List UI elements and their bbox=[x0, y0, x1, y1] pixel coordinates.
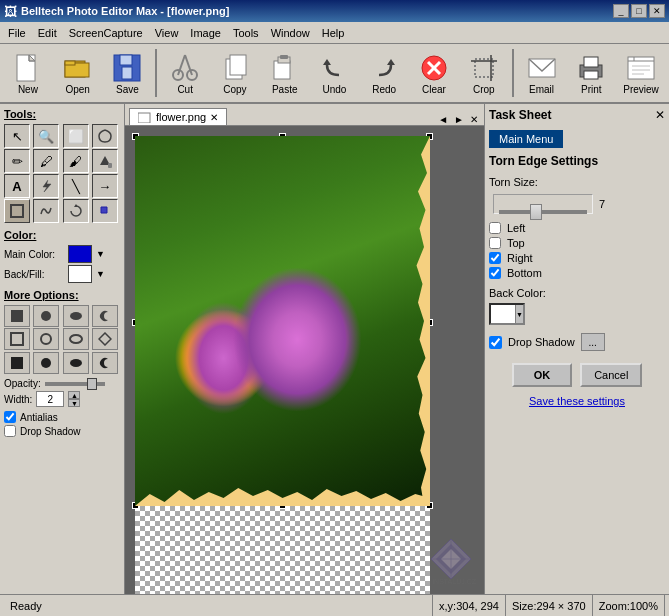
undo-button[interactable]: Undo bbox=[311, 47, 359, 99]
back-color-dropdown[interactable]: ▼ bbox=[96, 269, 105, 279]
tool-select[interactable]: ↖ bbox=[4, 124, 30, 148]
main-menu-button[interactable]: Main Menu bbox=[489, 130, 563, 148]
tool-rect[interactable] bbox=[4, 199, 30, 223]
task-panel-close[interactable]: ✕ bbox=[655, 108, 665, 122]
drop-shadow-row: Drop Shadow ... bbox=[489, 333, 665, 351]
tool-fill[interactable] bbox=[92, 149, 118, 173]
toolbar-separator-1 bbox=[155, 49, 157, 97]
tool-rotate[interactable] bbox=[63, 199, 89, 223]
image-canvas bbox=[135, 136, 430, 506]
cut-button[interactable]: Cut bbox=[161, 47, 209, 99]
open-button[interactable]: Open bbox=[54, 47, 102, 99]
shape-crescent[interactable] bbox=[92, 305, 118, 327]
svg-point-46 bbox=[41, 358, 51, 368]
save-settings-link[interactable]: Save these settings bbox=[489, 395, 665, 407]
back-color-swatch[interactable] bbox=[68, 265, 92, 283]
canvas-wrapper[interactable]: INSTALUJ.CZ bbox=[125, 126, 484, 594]
flower-background bbox=[135, 136, 430, 506]
tool-line[interactable]: ╲ bbox=[63, 174, 89, 198]
shape-dark-ellipse[interactable] bbox=[63, 352, 89, 374]
menu-help[interactable]: Help bbox=[316, 25, 351, 41]
svg-rect-38 bbox=[11, 310, 23, 322]
svg-rect-28 bbox=[584, 71, 598, 79]
app-icon: 🖼 bbox=[4, 4, 17, 19]
shape-diamond-outline[interactable] bbox=[92, 328, 118, 350]
width-up[interactable]: ▲ bbox=[68, 391, 80, 399]
drop-shadow-task-checkbox[interactable] bbox=[489, 336, 502, 349]
tab-close-button[interactable]: ✕ bbox=[210, 112, 218, 123]
drop-shadow-settings-button[interactable]: ... bbox=[581, 333, 605, 351]
tab-flower[interactable]: flower.png ✕ bbox=[129, 108, 227, 125]
save-button[interactable]: Save bbox=[104, 47, 152, 99]
top-checkbox[interactable] bbox=[489, 237, 501, 249]
tool-lasso[interactable] bbox=[92, 124, 118, 148]
svg-point-40 bbox=[70, 312, 82, 320]
preview-button[interactable]: Preview bbox=[617, 47, 665, 99]
menu-file[interactable]: File bbox=[2, 25, 32, 41]
main-color-dropdown[interactable]: ▼ bbox=[96, 249, 105, 259]
copy-button[interactable]: Copy bbox=[211, 47, 259, 99]
tool-paint[interactable] bbox=[92, 199, 118, 223]
print-button[interactable]: Print bbox=[567, 47, 615, 99]
shape-dark-circle[interactable] bbox=[33, 352, 59, 374]
new-button[interactable]: New bbox=[4, 47, 52, 99]
drop-shadow-task-label: Drop Shadow bbox=[508, 336, 575, 348]
tool-freeform[interactable] bbox=[33, 199, 59, 223]
tools-grid: ↖ 🔍 ⬜ ✏ 🖊 🖌 A ╲ → bbox=[4, 124, 120, 223]
menu-tools[interactable]: Tools bbox=[227, 25, 265, 41]
bottom-checkbox[interactable] bbox=[489, 267, 501, 279]
shape-filled-ellipse[interactable] bbox=[63, 305, 89, 327]
drop-shadow-checkbox[interactable] bbox=[4, 425, 16, 437]
tool-zoom[interactable]: 🔍 bbox=[33, 124, 59, 148]
ok-button[interactable]: OK bbox=[512, 363, 573, 387]
torn-size-thumb[interactable] bbox=[530, 204, 542, 220]
shape-dark-rect[interactable] bbox=[4, 352, 30, 374]
email-button[interactable]: Email bbox=[518, 47, 566, 99]
torn-size-slider[interactable] bbox=[493, 194, 593, 214]
width-down[interactable]: ▼ bbox=[68, 399, 80, 407]
clear-button[interactable]: Clear bbox=[410, 47, 458, 99]
tool-pencil[interactable]: ✏ bbox=[4, 149, 30, 173]
tool-arrow[interactable]: → bbox=[92, 174, 118, 198]
redo-button[interactable]: Redo bbox=[360, 47, 408, 99]
tool-lightning[interactable] bbox=[33, 174, 59, 198]
maximize-button[interactable]: □ bbox=[631, 4, 647, 18]
tab-left-arrow[interactable]: ◄ bbox=[436, 114, 450, 125]
opacity-slider[interactable] bbox=[45, 382, 105, 386]
opacity-label: Opacity: bbox=[4, 378, 41, 389]
right-checkbox[interactable] bbox=[489, 252, 501, 264]
tab-close-all[interactable]: ✕ bbox=[468, 114, 480, 125]
tab-right-arrow[interactable]: ► bbox=[452, 114, 466, 125]
menu-window[interactable]: Window bbox=[265, 25, 316, 41]
close-button[interactable]: ✕ bbox=[649, 4, 665, 18]
shape-ellipse-outline[interactable] bbox=[63, 328, 89, 350]
menu-image[interactable]: Image bbox=[184, 25, 227, 41]
svg-rect-6 bbox=[65, 61, 75, 65]
color-section: Color: Main Color: ▼ Back/Fill: ▼ bbox=[4, 229, 120, 283]
cancel-button[interactable]: Cancel bbox=[580, 363, 642, 387]
svg-point-43 bbox=[70, 335, 82, 343]
menu-screencapture[interactable]: ScreenCapture bbox=[63, 25, 149, 41]
shape-filled-rect[interactable] bbox=[4, 305, 30, 327]
menu-view[interactable]: View bbox=[149, 25, 185, 41]
tool-text[interactable]: A bbox=[4, 174, 30, 198]
tool-rect-select[interactable]: ⬜ bbox=[63, 124, 89, 148]
shape-rect-outline[interactable] bbox=[4, 328, 30, 350]
minimize-button[interactable]: _ bbox=[613, 4, 629, 18]
paste-button[interactable]: Paste bbox=[261, 47, 309, 99]
crop-button[interactable]: Crop bbox=[460, 47, 508, 99]
shape-filled-circle[interactable] bbox=[33, 305, 59, 327]
main-color-swatch[interactable] bbox=[68, 245, 92, 263]
antialias-checkbox[interactable] bbox=[4, 411, 16, 423]
menu-edit[interactable]: Edit bbox=[32, 25, 63, 41]
tool-brush[interactable]: 🖌 bbox=[63, 149, 89, 173]
svg-point-39 bbox=[41, 311, 51, 321]
left-checkbox[interactable] bbox=[489, 222, 501, 234]
shape-dark-crescent[interactable] bbox=[92, 352, 118, 374]
shape-circle-outline[interactable] bbox=[33, 328, 59, 350]
tool-pen[interactable]: 🖊 bbox=[33, 149, 59, 173]
width-input[interactable] bbox=[36, 391, 64, 407]
back-color-dropdown-btn[interactable]: ▼ bbox=[515, 305, 523, 323]
top-label: Top bbox=[507, 237, 525, 249]
cut-icon bbox=[169, 52, 201, 84]
